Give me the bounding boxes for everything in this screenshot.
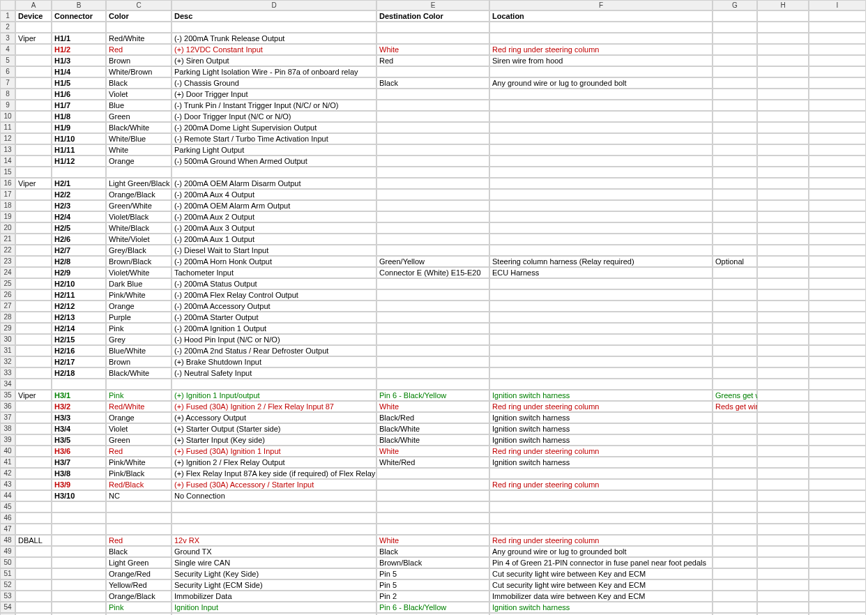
cell-C11[interactable]: Black/White bbox=[106, 122, 172, 133]
cell-C18[interactable]: Green/White bbox=[106, 200, 172, 211]
cell-E3[interactable] bbox=[376, 33, 489, 44]
cell-H23[interactable] bbox=[757, 256, 809, 267]
cell-E26[interactable] bbox=[376, 289, 489, 301]
cell-H33[interactable] bbox=[757, 367, 809, 379]
cell-D9[interactable]: (-) Trunk Pin / Instant Trigger Input (N… bbox=[172, 100, 376, 111]
row-header-21[interactable]: 21 bbox=[0, 234, 15, 245]
row-header-7[interactable]: 7 bbox=[0, 77, 15, 89]
col-header-D[interactable]: D bbox=[172, 0, 376, 10]
row-header-42[interactable]: 42 bbox=[0, 468, 15, 479]
cell-I16[interactable] bbox=[809, 178, 866, 189]
cell-E35[interactable]: Pin 6 - Black/Yellow bbox=[376, 390, 489, 401]
cell-A33[interactable] bbox=[15, 367, 52, 379]
cell-B51[interactable] bbox=[52, 568, 106, 579]
cell-E8[interactable] bbox=[376, 89, 489, 100]
cell-B49[interactable] bbox=[52, 546, 106, 557]
cell-D43[interactable]: (+) Fused (30A) Accessory / Starter Inpu… bbox=[172, 479, 376, 490]
cell-A54[interactable] bbox=[15, 602, 52, 613]
cell-C38[interactable]: Violet bbox=[106, 423, 172, 434]
cell-D38[interactable]: (+) Starter Output (Starter side) bbox=[172, 423, 376, 434]
cell-A5[interactable] bbox=[15, 55, 52, 66]
cell-A21[interactable] bbox=[15, 234, 52, 245]
cell-A10[interactable] bbox=[15, 111, 52, 122]
row-header-27[interactable]: 27 bbox=[0, 301, 15, 312]
cell-D48[interactable]: 12v RX bbox=[172, 535, 376, 546]
cell-B11[interactable]: H1/9 bbox=[52, 122, 106, 133]
cell-G51[interactable] bbox=[713, 568, 757, 579]
cell-F48[interactable]: Red ring under steering column bbox=[489, 535, 713, 546]
cell-D34[interactable] bbox=[172, 379, 376, 390]
cell-C43[interactable]: Red/Black bbox=[106, 479, 172, 490]
cell-I13[interactable] bbox=[809, 144, 866, 155]
cell-H19[interactable] bbox=[757, 211, 809, 222]
cell-G7[interactable] bbox=[713, 77, 757, 89]
cell-F17[interactable] bbox=[489, 189, 713, 200]
row-header-1[interactable]: 1 bbox=[0, 10, 15, 22]
cell-I4[interactable] bbox=[809, 44, 866, 55]
cell-H7[interactable] bbox=[757, 77, 809, 89]
cell-B8[interactable]: H1/6 bbox=[52, 89, 106, 100]
cell-A38[interactable] bbox=[15, 423, 52, 434]
cell-D22[interactable]: (-) Diesel Wait to Start Input bbox=[172, 245, 376, 256]
cell-F5[interactable]: Siren wire from hood bbox=[489, 55, 713, 66]
cell-I17[interactable] bbox=[809, 189, 866, 200]
cell-G43[interactable] bbox=[713, 479, 757, 490]
cell-F10[interactable] bbox=[489, 111, 713, 122]
cell-G39[interactable] bbox=[713, 434, 757, 446]
cell-D47[interactable] bbox=[172, 524, 376, 535]
cell-D36[interactable]: (+) Fused (30A) Ignition 2 / Flex Relay … bbox=[172, 401, 376, 412]
cell-A9[interactable] bbox=[15, 100, 52, 111]
cell-A11[interactable] bbox=[15, 122, 52, 133]
cell-I46[interactable] bbox=[809, 512, 866, 524]
row-header-20[interactable]: 20 bbox=[0, 222, 15, 234]
cell-E12[interactable] bbox=[376, 133, 489, 144]
row-header-24[interactable]: 24 bbox=[0, 267, 15, 278]
cell-D45[interactable] bbox=[172, 501, 376, 512]
row-header-23[interactable]: 23 bbox=[0, 256, 15, 267]
cell-G40[interactable] bbox=[713, 446, 757, 457]
cell-I5[interactable] bbox=[809, 55, 866, 66]
cell-A49[interactable] bbox=[15, 546, 52, 557]
cell-D5[interactable]: (+) Siren Output bbox=[172, 55, 376, 66]
cell-H36[interactable] bbox=[757, 401, 809, 412]
row-header-13[interactable]: 13 bbox=[0, 144, 15, 155]
cell-F36[interactable]: Red ring under steering column bbox=[489, 401, 713, 412]
cell-A39[interactable] bbox=[15, 434, 52, 446]
cell-C4[interactable]: Red bbox=[106, 44, 172, 55]
cell-E41[interactable]: White/Red bbox=[376, 457, 489, 468]
cell-H11[interactable] bbox=[757, 122, 809, 133]
cell-C1[interactable]: Color bbox=[106, 10, 172, 22]
cell-F47[interactable] bbox=[489, 524, 713, 535]
cell-D50[interactable]: Single wire CAN bbox=[172, 557, 376, 568]
cell-C41[interactable]: Pink/White bbox=[106, 457, 172, 468]
cell-A29[interactable] bbox=[15, 323, 52, 334]
cell-A48[interactable]: DBALL bbox=[15, 535, 52, 546]
cell-D54[interactable]: Ignition Input bbox=[172, 602, 376, 613]
cell-C30[interactable]: Grey bbox=[106, 334, 172, 345]
col-header-E[interactable]: E bbox=[376, 0, 489, 10]
cell-B22[interactable]: H2/7 bbox=[52, 245, 106, 256]
row-header-53[interactable]: 53 bbox=[0, 591, 15, 602]
cell-G11[interactable] bbox=[713, 122, 757, 133]
cell-B36[interactable]: H3/2 bbox=[52, 401, 106, 412]
row-header-8[interactable]: 8 bbox=[0, 89, 15, 100]
cell-F38[interactable]: Ignition switch harness bbox=[489, 423, 713, 434]
cell-E17[interactable] bbox=[376, 189, 489, 200]
cell-D17[interactable]: (-) 200mA Aux 4 Output bbox=[172, 189, 376, 200]
cell-D21[interactable]: (-) 200mA Aux 1 Output bbox=[172, 234, 376, 245]
cell-I51[interactable] bbox=[809, 568, 866, 579]
cell-D20[interactable]: (-) 200mA Aux 3 Output bbox=[172, 222, 376, 234]
cell-B1[interactable]: Connector bbox=[52, 10, 106, 22]
cell-H22[interactable] bbox=[757, 245, 809, 256]
cell-A34[interactable] bbox=[15, 379, 52, 390]
cell-I32[interactable] bbox=[809, 356, 866, 367]
cell-D12[interactable]: (-) Remote Start / Turbo Time Activation… bbox=[172, 133, 376, 144]
cell-B19[interactable]: H2/4 bbox=[52, 211, 106, 222]
cell-D39[interactable]: (+) Starter Input (Key side) bbox=[172, 434, 376, 446]
cell-G31[interactable] bbox=[713, 345, 757, 356]
cell-F42[interactable] bbox=[489, 468, 713, 479]
cell-B26[interactable]: H2/11 bbox=[52, 289, 106, 301]
cell-I2[interactable] bbox=[809, 22, 866, 33]
row-header-11[interactable]: 11 bbox=[0, 122, 15, 133]
cell-I27[interactable] bbox=[809, 301, 866, 312]
